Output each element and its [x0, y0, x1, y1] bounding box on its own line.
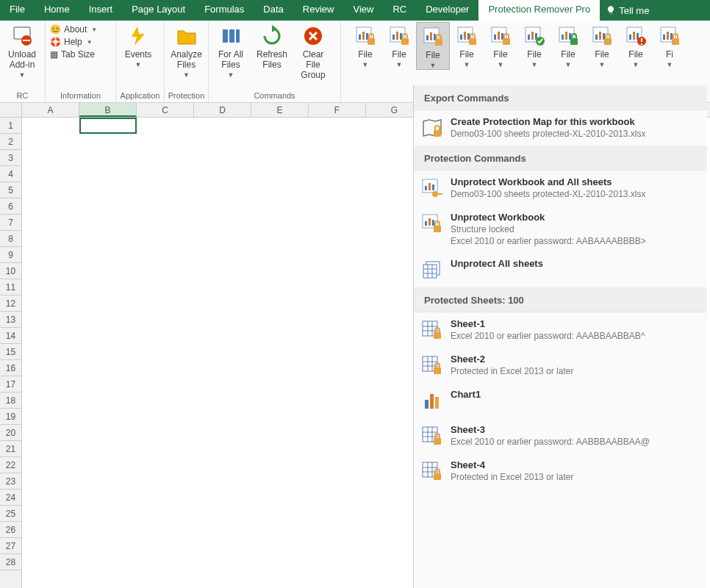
file-button-2[interactable]: File▼ — [382, 22, 416, 68]
tab-developer[interactable]: Developer — [416, 0, 478, 21]
svg-rect-69 — [425, 221, 427, 226]
row-header-18[interactable]: 18 — [0, 392, 21, 409]
file-button-8[interactable]: File▼ — [585, 22, 619, 68]
tab-protection-remover-pro[interactable]: Protection Remover Pro — [478, 0, 600, 21]
row-header-1[interactable]: 1 — [0, 118, 21, 134]
tell-me-button[interactable]: Tell me — [600, 0, 655, 21]
row-header-25[interactable]: 25 — [0, 506, 21, 522]
svg-rect-70 — [428, 218, 431, 226]
column-header-F[interactable]: F — [309, 103, 366, 117]
file-lock-icon — [387, 24, 411, 48]
svg-rect-58 — [667, 32, 669, 40]
create-protection-map-item[interactable]: Create Protection Map for this workbook … — [414, 110, 707, 146]
row-header-8[interactable]: 8 — [0, 231, 21, 247]
for-all-files-button[interactable]: For All Files ▼ — [210, 22, 251, 79]
svg-rect-48 — [604, 38, 612, 45]
file-button-1[interactable]: File▼ — [348, 22, 382, 68]
row-header-17[interactable]: 17 — [0, 376, 21, 392]
row-header-23[interactable]: 23 — [0, 473, 21, 490]
tab-insert[interactable]: Insert — [79, 0, 123, 21]
column-header-C[interactable]: C — [137, 103, 194, 117]
sheet-item[interactable]: Sheet-4Protected in Excel 2013 or later — [414, 453, 707, 489]
row-header-16[interactable]: 16 — [0, 360, 21, 376]
tab-formulas[interactable]: Formulas — [195, 0, 254, 21]
refresh-files-button[interactable]: Refresh Files — [251, 22, 293, 70]
svg-rect-91 — [425, 400, 428, 409]
row-header-9[interactable]: 9 — [0, 247, 21, 263]
sheet-lock-icon — [420, 318, 443, 342]
row-header-4[interactable]: 4 — [0, 166, 21, 182]
select-all-corner[interactable] — [0, 103, 22, 118]
help-button[interactable]: 🛟 Help ▼ — [50, 37, 97, 47]
svg-rect-54 — [641, 38, 642, 42]
events-button[interactable]: Events ▼ — [118, 22, 159, 68]
file-button-5[interactable]: File▼ — [484, 22, 517, 68]
ribbon-tabs: FileHomeInsertPage LayoutFormulasDataRev… — [0, 0, 710, 21]
tab-view[interactable]: View — [343, 0, 383, 21]
unprotect-all-sheets-item[interactable]: Unprotect All sheets — [414, 252, 707, 287]
row-header-22[interactable]: 22 — [0, 457, 21, 473]
row-header-20[interactable]: 20 — [0, 425, 21, 441]
row-header-15[interactable]: 15 — [0, 344, 21, 360]
unprotect-wb-all-item[interactable]: Unprotect Workbook and All sheets Demo03… — [414, 171, 707, 206]
svg-rect-33 — [503, 38, 510, 45]
column-header-B[interactable]: B — [79, 103, 137, 117]
unload-addin-button[interactable]: Unload Add-in ▼ — [1, 22, 43, 79]
chevron-down-icon: ▼ — [498, 61, 504, 68]
file-button-7[interactable]: File▼ — [551, 22, 585, 68]
svg-rect-105 — [434, 473, 441, 480]
tab-review[interactable]: Review — [293, 0, 344, 21]
row-header-7[interactable]: 7 — [0, 215, 21, 231]
tab-page-layout[interactable]: Page Layout — [122, 0, 195, 21]
row-header-14[interactable]: 14 — [0, 328, 21, 344]
chart-icon — [420, 389, 443, 412]
svg-rect-26 — [464, 32, 466, 40]
analyze-files-button[interactable]: Analyze Files ▼ — [166, 22, 207, 79]
sheet-item[interactable]: Sheet-3Excel 2010 or earlier password: A… — [414, 418, 707, 453]
row-header-19[interactable]: 19 — [0, 409, 21, 425]
row-header-28[interactable]: 28 — [0, 554, 21, 570]
row-header-13[interactable]: 13 — [0, 312, 21, 328]
row-header-2[interactable]: 2 — [0, 134, 21, 150]
row-header-10[interactable]: 10 — [0, 263, 21, 279]
row-header-5[interactable]: 5 — [0, 182, 21, 198]
column-header-E[interactable]: E — [251, 103, 309, 117]
active-cell[interactable] — [79, 118, 137, 134]
about-button[interactable]: 😊 About ▼ — [50, 24, 97, 35]
row-header-6[interactable]: 6 — [0, 198, 21, 215]
file-button-10[interactable]: Fi▼ — [653, 22, 686, 68]
row-headers[interactable]: 1234567891011121314151617181920212223242… — [0, 118, 22, 588]
column-header-D[interactable]: D — [194, 103, 251, 117]
chevron-down-icon: ▼ — [228, 71, 234, 79]
clear-file-group-button[interactable]: Clear File Group — [293, 22, 334, 80]
file-button-4[interactable]: File▼ — [450, 22, 484, 68]
file-button-3[interactable]: File▼ — [416, 22, 450, 70]
tab-file[interactable]: File — [0, 0, 35, 21]
sheet-item[interactable]: Sheet-1Excel 2010 or earlier password: A… — [414, 312, 707, 348]
sheet-lock-icon — [420, 424, 443, 448]
svg-rect-92 — [430, 394, 434, 409]
workbook-lock-icon — [420, 212, 443, 235]
sheet-item[interactable]: Sheet-2Protected in Excel 2013 or later — [414, 348, 707, 383]
row-header-21[interactable]: 21 — [0, 441, 21, 457]
tab-rc[interactable]: RC — [383, 0, 416, 21]
svg-rect-84 — [434, 332, 441, 339]
svg-rect-45 — [595, 35, 598, 40]
row-header-3[interactable]: 3 — [0, 150, 21, 166]
file-button-6[interactable]: File▼ — [517, 22, 551, 68]
tabsize-button[interactable]: ▦ Tab Size — [50, 49, 97, 60]
unprotect-workbook-item[interactable]: Unprotect Workbook Structure locked Exce… — [414, 206, 707, 252]
tab-data[interactable]: Data — [254, 0, 293, 21]
row-header-12[interactable]: 12 — [0, 295, 21, 312]
row-header-26[interactable]: 26 — [0, 522, 21, 538]
sheet-item[interactable]: Chart1 — [414, 383, 707, 418]
row-header-27[interactable]: 27 — [0, 538, 21, 554]
row-header-11[interactable]: 11 — [0, 279, 21, 295]
column-header-A[interactable]: A — [22, 103, 79, 117]
svg-rect-71 — [432, 220, 434, 226]
chevron-down-icon: ▼ — [91, 26, 97, 33]
svg-rect-28 — [469, 38, 476, 45]
file-button-9[interactable]: File▼ — [619, 22, 653, 68]
tab-home[interactable]: Home — [35, 0, 79, 21]
row-header-24[interactable]: 24 — [0, 490, 21, 506]
